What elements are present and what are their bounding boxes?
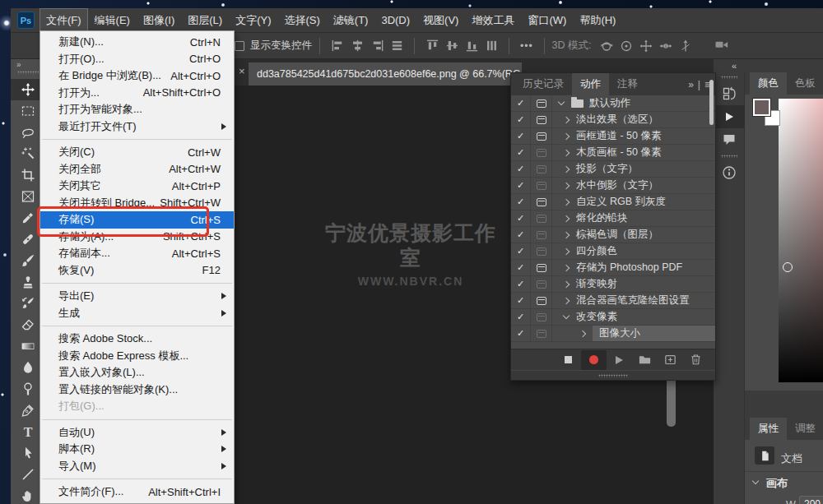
expand-chevron-icon[interactable] <box>563 132 570 139</box>
action-row[interactable]: ✓改变像素 <box>511 309 715 326</box>
distribute-h-icon[interactable] <box>387 37 407 55</box>
file-menu-item[interactable]: 关闭其它Alt+Ctrl+P <box>40 178 234 195</box>
panel-strip-drag-handle[interactable] <box>721 76 737 79</box>
action-toggle-cell[interactable]: ✓ <box>511 161 531 177</box>
dialog-toggle-cell[interactable] <box>531 309 552 325</box>
menubar-item[interactable]: 视图(V) <box>416 8 465 32</box>
action-toggle-cell[interactable]: ✓ <box>511 260 531 275</box>
dialog-toggle-cell[interactable] <box>531 260 552 275</box>
dialog-toggle-icon[interactable] <box>537 132 546 141</box>
dialog-toggle-icon[interactable] <box>537 116 546 124</box>
color-field[interactable] <box>779 99 823 382</box>
file-menu-item[interactable]: 置入嵌入对象(L)... <box>40 364 234 381</box>
menubar-item[interactable]: 窗口(W) <box>521 8 573 32</box>
color-panel-tab[interactable]: 色板 <box>787 72 823 95</box>
expand-chevron-icon[interactable] <box>563 231 570 238</box>
file-menu-item[interactable]: 恢复(V)F12 <box>40 262 234 280</box>
dialog-toggle-icon[interactable] <box>537 297 546 305</box>
align-right-icon[interactable] <box>367 37 387 55</box>
file-menu-item[interactable]: 在 Bridge 中浏览(B)...Alt+Ctrl+O <box>40 67 234 85</box>
history-panel-button[interactable] <box>714 82 745 105</box>
stop-button[interactable] <box>556 350 581 370</box>
expand-chevron-icon[interactable] <box>563 116 570 123</box>
action-row[interactable]: ✓四分颜色 <box>511 243 715 260</box>
3d-slide-icon[interactable] <box>656 37 676 55</box>
dialog-toggle-cell[interactable] <box>531 95 552 111</box>
dialog-toggle-icon[interactable] <box>537 198 546 206</box>
comment-panel-button[interactable] <box>714 128 745 151</box>
file-menu-item[interactable]: 关闭全部Alt+Ctrl+W <box>40 161 234 178</box>
menubar-item[interactable]: 选择(S) <box>277 8 326 32</box>
action-toggle-cell[interactable]: ✓ <box>511 227 531 243</box>
action-toggle-cell[interactable]: ✓ <box>511 128 531 144</box>
color-picker-cursor[interactable] <box>783 262 793 272</box>
menubar-item[interactable]: 3D(D) <box>374 8 416 32</box>
3d-orbit-icon[interactable] <box>597 37 616 55</box>
3d-scale-icon[interactable] <box>676 37 695 55</box>
play-button[interactable] <box>607 350 632 370</box>
menubar-item[interactable]: 帮助(H) <box>573 8 622 32</box>
dialog-toggle-cell[interactable] <box>531 276 552 292</box>
dialog-toggle-icon[interactable] <box>537 330 546 338</box>
dialog-toggle-icon[interactable] <box>537 165 546 173</box>
dialog-toggle-cell[interactable] <box>531 145 552 160</box>
expand-chevron-icon[interactable] <box>563 297 570 303</box>
more-options-button[interactable]: ••• <box>517 40 537 52</box>
new-action-button[interactable] <box>658 350 683 370</box>
action-toggle-cell[interactable]: ✓ <box>511 112 531 127</box>
info-panel-button[interactable] <box>714 161 745 184</box>
align-top-icon[interactable] <box>422 37 442 55</box>
panel-expand-icon[interactable]: » <box>688 79 694 90</box>
dialog-toggle-icon[interactable] <box>537 264 546 272</box>
actions-panel-button[interactable] <box>714 105 745 128</box>
dialog-toggle-cell[interactable] <box>531 112 552 127</box>
record-button[interactable] <box>581 350 607 370</box>
align-bottom-icon[interactable] <box>462 37 481 55</box>
file-menu-item[interactable]: 打包(G)... <box>40 398 234 415</box>
file-menu-item[interactable]: 新建(N)...Ctrl+N <box>40 34 234 51</box>
file-menu-item[interactable]: 置入链接的智能对象(K)... <box>40 381 234 399</box>
action-row[interactable]: ✓熔化的铅块 <box>511 210 715 227</box>
panel-strip-drag-handle[interactable] <box>721 155 737 158</box>
action-row[interactable]: ✓画框通道 - 50 像素 <box>511 128 715 145</box>
actions-panel-tab[interactable]: 历史记录 <box>514 73 572 95</box>
expand-chevron-icon[interactable] <box>563 198 570 205</box>
dialog-toggle-cell[interactable] <box>531 178 552 193</box>
show-transform-checkbox[interactable] <box>235 41 244 51</box>
expand-chevron-icon[interactable] <box>579 330 586 336</box>
dialog-toggle-icon[interactable] <box>537 280 546 289</box>
menubar-item[interactable]: 编辑(E) <box>88 8 137 32</box>
dialog-toggle-cell[interactable] <box>531 293 552 308</box>
canvas-section-chevron-icon[interactable] <box>752 478 759 484</box>
dialog-toggle-icon[interactable] <box>537 99 546 108</box>
action-toggle-cell[interactable]: ✓ <box>511 95 531 111</box>
file-menu-item[interactable]: 自动(U) <box>40 424 234 442</box>
file-menu-item[interactable]: 生成 <box>40 305 234 322</box>
align-left-icon[interactable] <box>328 37 347 55</box>
3d-pan-icon[interactable] <box>636 37 656 55</box>
expand-chevron-icon[interactable] <box>563 149 570 155</box>
file-menu-item[interactable]: 搜索 Adobe Stock... <box>40 331 234 348</box>
actions-panel-tab[interactable]: 动作 <box>572 73 609 95</box>
expand-chevron-icon[interactable] <box>563 247 570 254</box>
action-row[interactable]: ✓淡出效果（选区） <box>511 112 715 128</box>
menubar-item[interactable]: 图像(I) <box>137 8 181 32</box>
distribute-v-icon[interactable] <box>481 37 501 55</box>
action-row[interactable]: ✓混合器画笔克隆绘图设置 <box>511 293 715 309</box>
action-toggle-cell[interactable]: ✓ <box>511 276 531 292</box>
3d-roll-icon[interactable] <box>616 37 636 55</box>
file-menu-item[interactable]: 打开为...Alt+Shift+Ctrl+O <box>40 85 234 102</box>
action-toggle-cell[interactable]: ✓ <box>511 145 531 160</box>
delete-button[interactable] <box>683 350 709 370</box>
color-panel-tab[interactable]: 颜色 <box>750 72 787 95</box>
action-toggle-cell[interactable]: ✓ <box>511 309 531 325</box>
action-row[interactable]: ✓投影（文字） <box>511 161 715 178</box>
dialog-toggle-icon[interactable] <box>537 313 546 321</box>
dialog-toggle-icon[interactable] <box>537 215 546 223</box>
file-menu-item[interactable]: 搜索 Adobe Express 模板... <box>40 348 234 365</box>
dialog-toggle-cell[interactable] <box>531 326 552 341</box>
expand-chevron-icon[interactable] <box>563 215 570 221</box>
file-menu-item[interactable]: 关闭(C)Ctrl+W <box>40 144 234 161</box>
dialog-toggle-cell[interactable] <box>531 243 552 259</box>
properties-panel-tab[interactable]: 属性 <box>750 418 787 440</box>
